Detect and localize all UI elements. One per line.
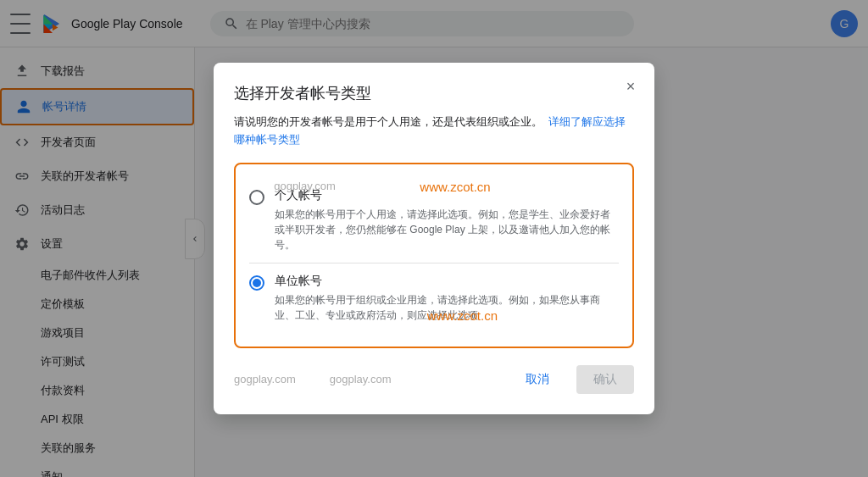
dialog-close-button[interactable]: × xyxy=(620,76,641,97)
radio-btn-personal[interactable] xyxy=(249,190,264,205)
dialog-desc-text: 请说明您的开发者帐号是用于个人用途，还是代表组织或企业。 xyxy=(234,115,542,128)
radio-option-personal-title: 个人帐号 xyxy=(275,188,619,203)
radio-options-container: www.zcot.cn gogplay.com www.zcot.cn 个人帐号… xyxy=(234,163,634,348)
dialog-confirm-button[interactable]: 确认 xyxy=(576,365,634,394)
watermark-dialog-bottom2: gogplay.com xyxy=(330,373,392,385)
radio-option-org-title: 单位帐号 xyxy=(275,274,619,289)
radio-option-personal[interactable]: 个人帐号 如果您的帐号用于个人用途，请选择此选项。例如，您是学生、业余爱好者或半… xyxy=(249,178,619,263)
radio-option-org-content: 单位帐号 如果您的帐号用于组织或企业用途，请选择此选项。例如，如果您从事商业、工… xyxy=(275,274,619,323)
radio-btn-org[interactable] xyxy=(249,275,264,291)
watermark-dialog-bottom1: gogplay.com xyxy=(234,373,296,385)
radio-option-org[interactable]: 单位帐号 如果您的帐号用于组织或企业用途，请选择此选项。例如，如果您从事商业、工… xyxy=(249,263,619,333)
dialog-cancel-button[interactable]: 取消 xyxy=(509,365,566,394)
radio-option-personal-desc: 如果您的帐号用于个人用途，请选择此选项。例如，您是学生、业余爱好者或半职开发者，… xyxy=(275,207,619,252)
dialog-actions: gogplay.com gogplay.com 取消 确认 xyxy=(234,365,634,394)
dialog-choose-account-type: 选择开发者帐号类型 × 请说明您的开发者帐号是用于个人用途，还是代表组织或企业。… xyxy=(214,63,654,414)
dialog-description: 请说明您的开发者帐号是用于个人用途，还是代表组织或企业。 详细了解应选择哪种帐号… xyxy=(234,114,634,149)
dialog-title: 选择开发者帐号类型 xyxy=(234,83,634,103)
modal-overlay: 选择开发者帐号类型 × 请说明您的开发者帐号是用于个人用途，还是代表组织或企业。… xyxy=(0,0,868,477)
radio-option-org-desc: 如果您的帐号用于组织或企业用途，请选择此选项。例如，如果您从事商业、工业、专业或… xyxy=(275,292,619,323)
radio-option-personal-content: 个人帐号 如果您的帐号用于个人用途，请选择此选项。例如，您是学生、业余爱好者或半… xyxy=(275,188,619,252)
